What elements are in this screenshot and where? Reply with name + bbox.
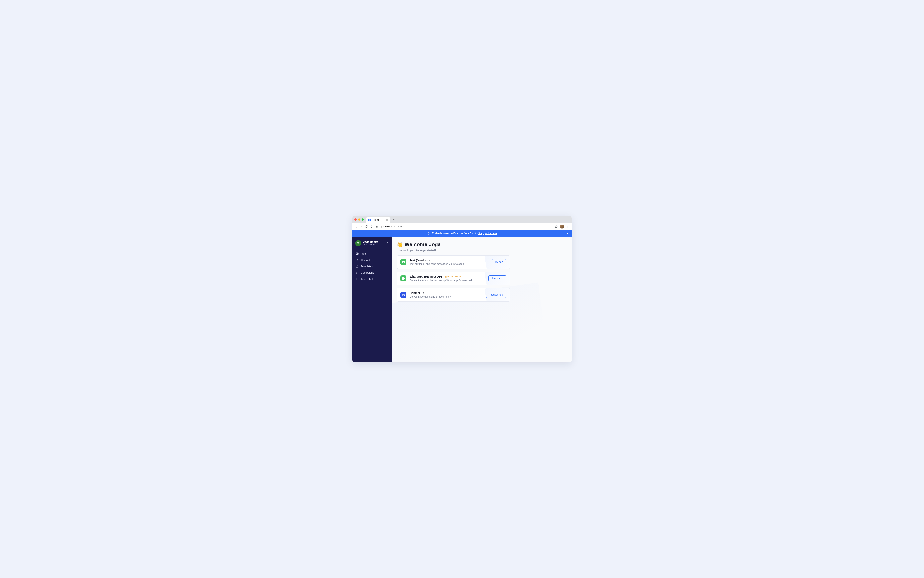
sidebar-item-label: Templates [361,265,373,268]
card-sandbox: Test (Sandbox) Test our inbox and send m… [397,255,510,269]
try-now-button[interactable]: Try now [492,259,506,265]
onboarding-cards: Test (Sandbox) Test our inbox and send m… [397,255,510,302]
svg-point-9 [357,259,358,260]
sidebar-item-campaigns[interactable]: Campaigns [353,270,391,276]
bookmark-star-icon[interactable] [554,225,558,229]
tab-favicon [368,219,371,221]
browser-window: Flinkit [352,216,572,362]
banner-text: Enable browser notifications from Flinki… [432,232,478,235]
sidebar-header: JB Joga Bonito Test account [352,240,392,250]
browser-tab[interactable]: Flinkit [366,217,390,223]
address-bar[interactable]: app.flinkit.de/sandbox [376,225,405,228]
user-avatar[interactable]: JB [355,240,361,246]
sidebar-item-label: Campaigns [361,271,374,274]
sidebar-item-label: Inbox [361,252,367,255]
sidebar-more-icon[interactable] [386,242,389,245]
window-controls [354,218,364,221]
whatsapp-icon [400,276,407,281]
svg-point-3 [567,227,568,227]
bell-icon [427,232,430,235]
sidebar: JB Joga Bonito Test account Inbox [352,237,392,362]
inbox-icon [356,252,359,255]
chat-plus-icon [400,292,407,298]
tab-close-icon[interactable] [386,219,388,221]
profile-avatar[interactable] [560,225,564,229]
user-name: Joga Bonito [363,240,378,244]
whatsapp-icon [400,259,407,265]
sidebar-item-templates[interactable]: Templates [353,263,391,269]
request-help-button[interactable]: Request help [486,292,506,298]
sidebar-item-inbox[interactable]: Inbox [353,250,391,257]
banner-link[interactable]: Simply click here [478,232,497,235]
url-path: /sandbox [394,225,405,228]
window-close-dot[interactable] [354,218,357,221]
main-content: 👋 Welcome Joga How would you like to get… [392,237,572,362]
wave-emoji: 👋 [397,241,403,248]
templates-icon [356,265,359,268]
browser-menu-icon[interactable] [566,225,570,229]
sidebar-item-label: Team chat [361,278,373,281]
svg-point-1 [567,226,568,226]
sidebar-item-label: Contacts [361,258,371,261]
card-title: WhatsApp Business API [410,275,442,278]
contacts-icon [356,258,359,261]
notification-banner: Enable browser notifications from Flinki… [352,230,572,237]
user-role: Test account [363,244,378,246]
svg-point-4 [387,242,388,243]
browser-tab-strip: Flinkit [352,216,572,223]
page-title-text: Welcome Joga [405,241,441,248]
sidebar-nav: Inbox Contacts Templates [352,250,392,283]
start-setup-button[interactable]: Start setup [488,276,506,281]
card-subtitle: Connect your number and set up Whatsapp … [410,279,485,282]
svg-point-2 [567,226,568,227]
card-subtitle: Do you have questions or need help? [410,295,483,298]
banner-close-icon[interactable] [566,232,569,235]
welcome-header: 👋 Welcome Joga How would you like to get… [397,241,567,252]
window-maximize-dot[interactable] [361,218,364,221]
card-contact: Contact us Do you have questions or need… [397,288,510,302]
nav-home-icon[interactable] [370,225,374,229]
card-waba: WhatsApp Business API Approx 15 minutes … [397,272,510,285]
sidebar-item-contacts[interactable]: Contacts [353,257,391,263]
card-title: Test (Sandbox) [410,259,430,262]
duration-badge: Approx 15 minutes [444,276,461,278]
url-host: app.flinkit.de [379,225,394,228]
nav-forward-icon[interactable] [360,225,363,229]
page-subtitle: How would you like to get started? [397,249,567,252]
nav-back-icon[interactable] [354,225,358,229]
svg-point-5 [387,243,388,244]
lock-icon [376,226,378,228]
page-title: 👋 Welcome Joga [397,241,567,248]
svg-point-0 [369,219,370,221]
window-minimize-dot[interactable] [358,218,360,221]
tab-title: Flinkit [373,219,379,221]
campaigns-icon [356,271,359,274]
browser-toolbar: app.flinkit.de/sandbox [352,223,572,230]
new-tab-button[interactable] [391,217,396,222]
card-title: Contact us [410,291,424,295]
nav-reload-icon[interactable] [365,225,368,229]
svg-point-6 [387,244,388,244]
team-chat-icon [356,278,359,281]
app-shell: JB Joga Bonito Test account Inbox [352,237,572,362]
card-subtitle: Test our inbox and send messages via Wha… [410,263,488,265]
sidebar-item-team-chat[interactable]: Team chat [353,276,391,282]
